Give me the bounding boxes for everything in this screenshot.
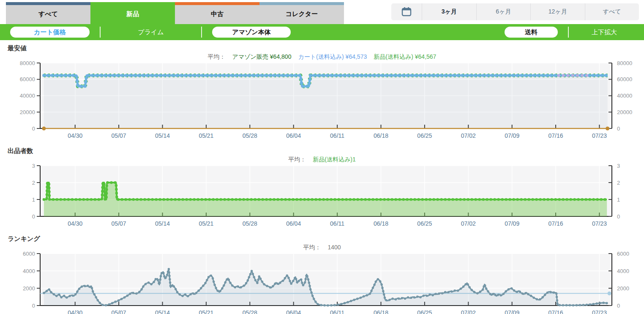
seller-count-section: 出品者数 平均：新品(送料込み)1 0011223304/3005/0705/1… (0, 147, 644, 231)
svg-text:07/09: 07/09 (505, 309, 519, 314)
svg-text:07/09: 07/09 (505, 220, 519, 227)
svg-text:40000: 40000 (20, 93, 35, 99)
expand-vertical-toggle[interactable]: 上下拡大 (579, 28, 630, 36)
svg-text:20000: 20000 (617, 109, 632, 115)
tab-new-label: 新品 (126, 10, 139, 18)
tab-new-color-strip (90, 2, 175, 5)
svg-text:06/11: 06/11 (330, 220, 344, 227)
tab-used[interactable]: 中古 (175, 2, 259, 24)
ranking-chart: 0020002000400040006000600004/3005/0705/1… (0, 251, 644, 314)
svg-text:6000: 6000 (23, 251, 35, 257)
range-option-3months[interactable]: 3ヶ月 (422, 3, 476, 20)
svg-text:60000: 60000 (20, 76, 35, 82)
tab-all-label: すべて (38, 10, 58, 18)
svg-text:40000: 40000 (617, 93, 632, 99)
lowest-price-section: 最安値 平均：アマゾン販売 ¥64,800カート(送料込み) ¥64,573新品… (0, 44, 644, 143)
svg-text:05/07: 05/07 (112, 220, 126, 227)
svg-text:4000: 4000 (23, 268, 35, 274)
subtitle-average-value: カート(送料込み) ¥64,573 (298, 53, 367, 60)
prime-toggle[interactable]: プライム (111, 28, 191, 36)
svg-text:05/14: 05/14 (155, 309, 170, 314)
series-toggles-left: カート価格 プライム アマゾン本体 (10, 27, 291, 38)
svg-text:80000: 80000 (20, 60, 35, 66)
svg-text:07/02: 07/02 (461, 132, 476, 139)
svg-text:07/16: 07/16 (548, 309, 563, 314)
svg-text:2: 2 (32, 180, 35, 186)
svg-text:06/11: 06/11 (330, 132, 344, 139)
lowest-price-subtitle: 平均：アマゾン販売 ¥64,800カート(送料込み) ¥64,573新品(送料込… (0, 53, 644, 60)
svg-text:04/30: 04/30 (68, 309, 82, 314)
separator (100, 27, 101, 38)
keepa-price-tracker-page: すべて 新品 中古 コレクター (0, 0, 644, 314)
svg-text:06/25: 06/25 (417, 220, 432, 227)
svg-text:3: 3 (32, 163, 35, 169)
svg-text:05/28: 05/28 (243, 309, 257, 314)
svg-text:07/23: 07/23 (592, 220, 607, 227)
svg-text:6000: 6000 (617, 251, 629, 257)
top-navigation: すべて 新品 中古 コレクター (0, 0, 644, 24)
condition-tabs: すべて 新品 中古 コレクター (6, 2, 344, 24)
svg-text:07/09: 07/09 (505, 132, 519, 139)
tab-all[interactable]: すべて (6, 2, 90, 24)
cart-price-toggle[interactable]: カート価格 (10, 27, 90, 38)
seller-count-subtitle: 平均：新品(送料込み)1 (0, 156, 644, 163)
calendar-icon (391, 3, 422, 20)
svg-text:05/07: 05/07 (112, 309, 126, 314)
ranking-title: ランキング (8, 235, 644, 243)
svg-text:0: 0 (617, 126, 620, 132)
svg-text:80000: 80000 (617, 60, 632, 66)
svg-text:06/25: 06/25 (417, 309, 432, 314)
range-option-12months[interactable]: 12ヶ月 (530, 3, 585, 20)
svg-text:07/23: 07/23 (592, 309, 607, 314)
svg-text:0: 0 (617, 213, 620, 220)
lowest-price-title: 最安値 (8, 44, 644, 52)
svg-text:05/21: 05/21 (199, 220, 213, 227)
separator (201, 27, 202, 38)
svg-text:0: 0 (32, 126, 35, 132)
svg-text:05/21: 05/21 (199, 132, 213, 139)
subtitle-average-value: 1400 (327, 244, 341, 251)
svg-text:06/11: 06/11 (330, 309, 344, 314)
series-toggles-right: 送料 上下拡大 (505, 27, 630, 38)
svg-text:2000: 2000 (23, 285, 35, 292)
seller-count-title: 出品者数 (8, 147, 644, 155)
tab-used-label: 中古 (211, 10, 224, 18)
svg-text:20000: 20000 (20, 109, 35, 115)
range-option-6months[interactable]: 6ヶ月 (476, 3, 531, 20)
average-label: 平均： (303, 244, 321, 251)
svg-text:05/14: 05/14 (155, 132, 170, 139)
range-option-all[interactable]: すべて (585, 3, 639, 20)
svg-text:06/04: 06/04 (286, 220, 301, 227)
svg-text:4000: 4000 (617, 268, 629, 274)
svg-text:07/23: 07/23 (592, 132, 607, 139)
svg-text:05/28: 05/28 (243, 132, 257, 139)
shipping-toggle[interactable]: 送料 (505, 27, 558, 38)
svg-text:04/30: 04/30 (68, 220, 82, 227)
tab-collector[interactable]: コレクター (259, 2, 344, 24)
svg-text:0: 0 (32, 303, 35, 309)
tab-used-color-strip (175, 2, 259, 5)
seller-count-chart: 0011223304/3005/0705/1405/2105/2806/0406… (0, 163, 644, 231)
svg-text:60000: 60000 (617, 76, 632, 82)
svg-text:07/02: 07/02 (461, 309, 476, 314)
svg-text:2000: 2000 (617, 285, 629, 292)
svg-text:05/21: 05/21 (199, 309, 213, 314)
svg-text:0: 0 (617, 303, 620, 309)
svg-text:07/16: 07/16 (548, 220, 563, 227)
svg-text:06/04: 06/04 (286, 309, 301, 314)
svg-text:1: 1 (32, 197, 35, 203)
svg-text:06/18: 06/18 (374, 220, 388, 227)
tab-all-color-strip (6, 2, 90, 5)
svg-text:06/18: 06/18 (374, 309, 388, 314)
series-toolbar: カート価格 プライム アマゾン本体 送料 上下拡大 (0, 24, 644, 40)
lowest-price-chart: 0020000200004000040000600006000080000800… (0, 60, 644, 143)
svg-text:07/16: 07/16 (548, 132, 563, 139)
separator (568, 27, 569, 38)
amazon-body-toggle[interactable]: アマゾン本体 (212, 27, 291, 38)
tab-collector-label: コレクター (286, 10, 318, 18)
subtitle-average-value: アマゾン販売 ¥64,800 (232, 53, 292, 60)
svg-text:1: 1 (617, 197, 620, 203)
subtitle-average-value: 新品(送料込み) ¥64,567 (374, 53, 436, 60)
tab-new[interactable]: 新品 (90, 2, 175, 24)
svg-text:05/07: 05/07 (112, 132, 126, 139)
